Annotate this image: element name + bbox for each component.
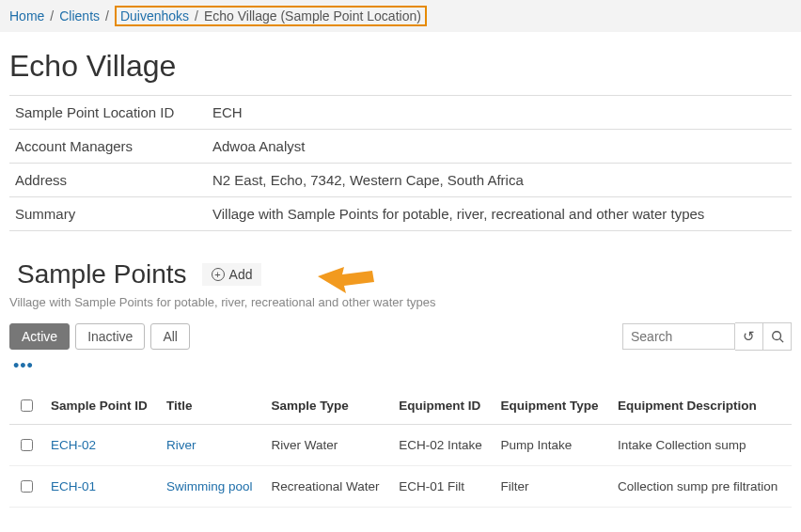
sp-id-link[interactable]: ECH-02 xyxy=(51,438,96,452)
detail-summary-value: Village with Sample Points for potable, … xyxy=(207,197,792,231)
cell-equip-id: ECH-01 Filt xyxy=(391,466,493,508)
cell-equip-desc: Collection sump pre filtration xyxy=(610,466,792,508)
table-row: ECH-01 Swimming pool Recreational Water … xyxy=(9,466,792,508)
page-title: Echo Village xyxy=(9,49,792,84)
filter-active[interactable]: Active xyxy=(9,323,70,350)
search-icon xyxy=(771,330,784,343)
sp-id-link[interactable]: ECH-01 xyxy=(51,479,96,493)
detail-address-label: Address xyxy=(9,164,207,197)
plus-icon: + xyxy=(212,268,225,281)
sample-points-table: Sample Point ID Title Sample Type Equipm… xyxy=(9,387,792,508)
breadcrumb-sep: / xyxy=(195,8,198,23)
cell-equip-id: ECH-02 Intake xyxy=(391,425,493,466)
svg-marker-0 xyxy=(318,267,374,293)
detail-managers-label: Account Managers xyxy=(9,130,207,164)
breadcrumb-sep: / xyxy=(50,8,54,23)
search-input[interactable] xyxy=(622,323,735,350)
section-subtitle: Village with Sample Points for potable, … xyxy=(9,295,792,309)
breadcrumb-current: Echo Village (Sample Point Location) xyxy=(204,8,421,23)
table-row: ECH-02 River River Water ECH-02 Intake P… xyxy=(9,425,792,466)
col-equip-type: Equipment Type xyxy=(494,387,610,425)
col-equip-id: Equipment ID xyxy=(391,387,493,425)
section-header: Sample Points + Add xyxy=(17,259,792,289)
breadcrumb-client-name[interactable]: Duivenhoks xyxy=(120,8,189,23)
detail-summary-label: Summary xyxy=(9,197,207,231)
reset-button[interactable]: ↺ xyxy=(735,322,763,351)
cell-sample-type: River Water xyxy=(263,425,391,466)
add-button[interactable]: + Add xyxy=(202,263,262,286)
detail-address-value: N2 East, Echo, 7342, Western Cape, South… xyxy=(207,164,792,197)
detail-managers-value: Adwoa Analyst xyxy=(207,130,792,164)
search-button[interactable] xyxy=(763,322,792,351)
breadcrumb-highlight: Duivenhoks / Echo Village (Sample Point … xyxy=(115,6,427,26)
col-equip-desc: Equipment Description xyxy=(610,387,792,425)
col-sample-type: Sample Type xyxy=(263,387,391,425)
undo-icon: ↺ xyxy=(743,328,755,345)
detail-id-value: ECH xyxy=(207,96,792,130)
breadcrumb: Home / Clients / Duivenhoks / Echo Villa… xyxy=(0,0,801,32)
sp-title-link[interactable]: Swimming pool xyxy=(166,479,253,493)
row-checkbox[interactable] xyxy=(21,480,33,493)
svg-point-1 xyxy=(772,332,780,340)
add-button-label: Add xyxy=(229,267,253,282)
sp-title-link[interactable]: River xyxy=(166,438,196,452)
arrow-annotation xyxy=(318,263,374,297)
col-checkbox xyxy=(9,387,43,425)
cell-equip-desc: Intake Collection sump xyxy=(610,425,792,466)
filter-buttons: Active Inactive All xyxy=(9,323,190,350)
filter-inactive[interactable]: Inactive xyxy=(75,323,145,350)
breadcrumb-home[interactable]: Home xyxy=(9,8,44,23)
section-title: Sample Points xyxy=(17,259,187,289)
row-checkbox[interactable] xyxy=(21,439,33,451)
cell-sample-type: Recreational Water xyxy=(263,466,391,508)
svg-line-2 xyxy=(779,339,783,343)
col-sp-id: Sample Point ID xyxy=(43,387,159,425)
filter-all[interactable]: All xyxy=(150,323,190,350)
detail-id-label: Sample Point Location ID xyxy=(9,96,207,130)
cell-equip-type: Pump Intake xyxy=(494,425,610,466)
col-title: Title xyxy=(159,387,263,425)
select-all-checkbox[interactable] xyxy=(21,399,33,412)
breadcrumb-sep: / xyxy=(105,8,109,23)
more-menu[interactable]: ••• xyxy=(13,356,792,376)
details-table: Sample Point Location ID ECH Account Man… xyxy=(9,95,792,231)
breadcrumb-clients[interactable]: Clients xyxy=(59,8,100,23)
filter-row: Active Inactive All ↺ xyxy=(9,322,792,351)
cell-equip-type: Filter xyxy=(494,466,610,508)
